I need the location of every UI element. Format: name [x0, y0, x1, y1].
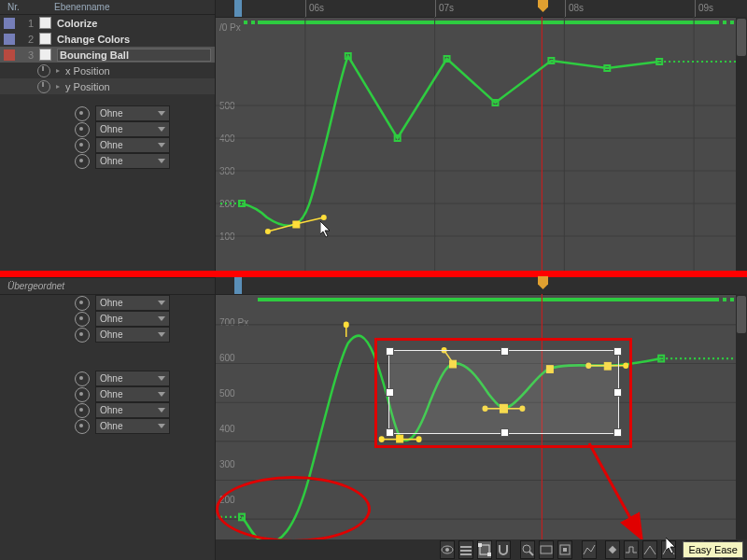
pickwhip-icon[interactable] — [75, 403, 90, 418]
timeline-ruler[interactable]: 06s 07s 08s 09s — [216, 0, 747, 18]
pickwhip-icon[interactable] — [75, 106, 90, 121]
prop-x-label: x Position — [65, 65, 110, 77]
linear-keyframe-button[interactable] — [642, 540, 657, 559]
stopwatch-icon[interactable] — [37, 64, 50, 77]
expand-icon[interactable]: ▸ — [56, 82, 60, 91]
layer-name-1[interactable]: Colorize — [57, 18, 211, 29]
scrollbar-thumb[interactable] — [737, 296, 746, 333]
layer-num-3: 3 — [21, 49, 34, 61]
parent-dropdown[interactable]: Ohne — [95, 121, 170, 137]
layer-color-1 — [4, 18, 15, 29]
layers-panel-bottom: Übergeordnet Ohne Ohne Ohne Ohne Ohne Oh… — [0, 277, 216, 560]
layer-name-2[interactable]: Change Colors — [57, 34, 211, 45]
layers-header: Nr. Ebenenname — [0, 0, 215, 15]
pickwhip-icon[interactable] — [75, 122, 90, 137]
workarea-start-icon[interactable] — [234, 277, 242, 294]
comparison-divider — [0, 271, 747, 277]
parent-dropdown[interactable]: Ohne — [95, 327, 170, 343]
graph-editor-top[interactable]: 06s 07s 08s 09s /0 Px 500 400 300 200 10… — [216, 0, 747, 271]
parent-dropdown[interactable]: Ohne — [95, 402, 170, 418]
pickwhip-icon[interactable] — [75, 296, 90, 311]
graph-editor-bottom[interactable]: 700 Px 600 500 400 300 200 — [216, 277, 747, 560]
graph-svg-top — [216, 17, 747, 271]
chevron-down-icon — [158, 376, 165, 381]
layer-num-1: 1 — [21, 18, 34, 29]
svg-point-63 — [523, 545, 530, 553]
col-nr: Nr. — [7, 2, 28, 12]
svg-rect-68 — [609, 546, 616, 553]
pickwhip-icon[interactable] — [75, 328, 90, 343]
vertical-scrollbar[interactable] — [736, 294, 747, 560]
timeline-ruler[interactable] — [216, 277, 747, 295]
parent-dropdown[interactable]: Ohne — [95, 153, 170, 169]
svg-rect-59 — [460, 553, 472, 555]
vertical-scrollbar[interactable] — [736, 17, 747, 271]
time-tick: 08s — [565, 0, 584, 17]
layers-panel-top: Nr. Ebenenname 1 Colorize 2 Change Color… — [0, 0, 216, 271]
playhead-icon[interactable] — [538, 0, 548, 12]
graph-area-bottom[interactable]: 700 Px 600 500 400 300 200 — [216, 294, 747, 560]
playhead-icon[interactable] — [538, 276, 548, 289]
chevron-down-icon — [158, 392, 165, 397]
graph-options-button[interactable] — [458, 540, 473, 559]
property-x-position[interactable]: ▸ x Position — [0, 63, 215, 78]
pickwhip-icon[interactable] — [75, 419, 90, 434]
auto-bezier-button[interactable] — [661, 540, 676, 559]
layer-color-2 — [4, 34, 15, 45]
checkbox-icon[interactable] — [39, 49, 51, 61]
pickwhip-icon[interactable] — [75, 387, 90, 402]
time-tick: 07s — [435, 0, 454, 17]
parent-dropdown[interactable]: Ohne — [95, 386, 170, 402]
layer-num-2: 2 — [21, 34, 34, 45]
checkbox-icon[interactable] — [39, 33, 51, 45]
expand-icon[interactable]: ▸ — [56, 66, 60, 75]
layer-row-1[interactable]: 1 Colorize — [0, 15, 215, 31]
svg-point-51 — [585, 362, 591, 369]
pickwhip-icon[interactable] — [75, 138, 90, 153]
pickwhip-icon[interactable] — [75, 154, 90, 169]
chevron-down-icon — [158, 332, 165, 337]
pickwhip-icon[interactable] — [75, 371, 90, 386]
workarea-start-icon[interactable] — [234, 0, 242, 17]
layer-row-2[interactable]: 2 Change Colors — [0, 31, 215, 47]
parent-dropdown[interactable]: Ohne — [95, 295, 170, 311]
svg-point-49 — [519, 405, 525, 412]
parent-column-header: Übergeordnet — [0, 277, 215, 295]
parent-dropdown[interactable]: Ohne — [95, 105, 170, 121]
svg-point-56 — [445, 548, 449, 552]
parent-dropdown[interactable]: Ohne — [95, 371, 170, 386]
graph-area-top[interactable]: /0 Px 500 400 300 200 100 — [216, 17, 747, 271]
svg-rect-67 — [563, 548, 567, 552]
layer-color-3 — [4, 49, 15, 61]
checkbox-icon[interactable] — [39, 17, 51, 29]
edit-keyframe-button[interactable] — [605, 540, 620, 559]
property-y-position[interactable]: ▸ y Position — [0, 78, 215, 94]
svg-rect-61 — [478, 543, 482, 547]
pickwhip-icon[interactable] — [75, 312, 90, 327]
svg-rect-58 — [460, 550, 472, 552]
stopwatch-icon[interactable] — [37, 80, 50, 93]
zoom-button[interactable] — [520, 540, 535, 559]
svg-point-43 — [416, 436, 422, 442]
parent-dropdown-row: Ohne — [0, 105, 215, 121]
svg-point-22 — [321, 215, 327, 220]
svg-point-20 — [265, 229, 271, 234]
show-transform-box-button[interactable] — [477, 540, 492, 559]
eye-button[interactable] — [440, 540, 455, 559]
snap-button[interactable] — [496, 540, 511, 559]
fit-all-button[interactable] — [539, 540, 554, 559]
time-tick: 06s — [305, 0, 324, 17]
separate-dimensions-button[interactable] — [582, 540, 597, 559]
dropdown-value: Ohne — [100, 108, 122, 119]
parent-dropdown[interactable]: Ohne — [95, 418, 170, 434]
layer-name-3[interactable]: Bouncing Ball — [57, 49, 211, 62]
parent-dropdown[interactable]: Ohne — [95, 137, 170, 153]
svg-rect-35 — [546, 366, 553, 373]
scrollbar-thumb[interactable] — [737, 19, 746, 56]
chevron-down-icon — [158, 408, 165, 413]
layer-row-3[interactable]: 3 Bouncing Ball — [0, 47, 215, 63]
hold-keyframe-button[interactable] — [624, 540, 639, 559]
time-tick: 09s — [695, 0, 713, 17]
fit-selection-button[interactable] — [557, 540, 572, 559]
parent-dropdown[interactable]: Ohne — [95, 311, 170, 327]
